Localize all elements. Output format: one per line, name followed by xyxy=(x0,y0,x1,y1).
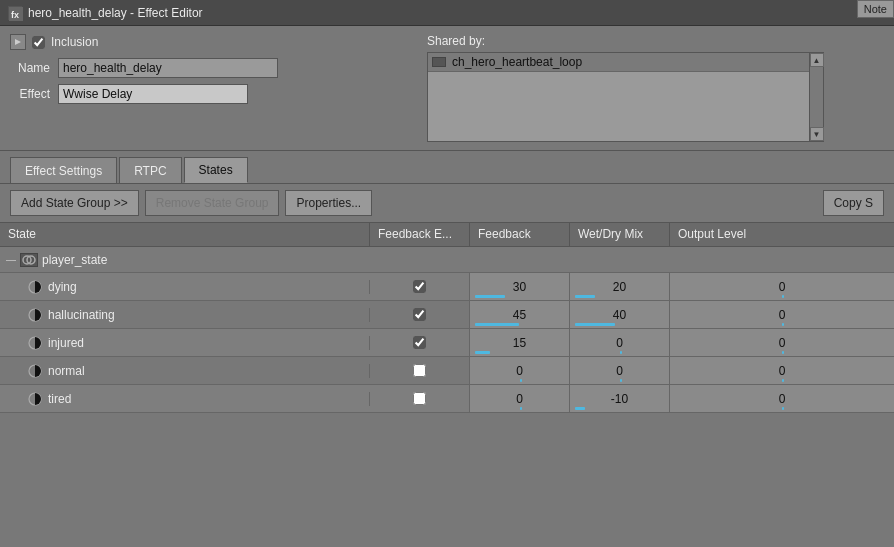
shared-scrollbar[interactable]: ▲ ▼ xyxy=(809,53,823,141)
output-cell-2[interactable]: 0 xyxy=(670,329,894,356)
table-header: State Feedback E... Feedback Wet/Dry Mix… xyxy=(0,223,894,247)
right-form: Shared by: ch_hero_heartbeat_loop ▲ ▼ xyxy=(427,34,824,142)
state-name: dying xyxy=(48,280,77,294)
app-icon: fx xyxy=(8,6,22,20)
feedback-value: 15 xyxy=(513,336,526,350)
output-cell-1[interactable]: 0 xyxy=(670,301,894,328)
copy-button[interactable]: Copy S xyxy=(823,190,884,216)
feedback-cell-4[interactable]: 0 xyxy=(470,385,570,412)
state-cell-1: hallucinating xyxy=(0,308,370,322)
shared-item-icon xyxy=(432,57,446,67)
name-input[interactable] xyxy=(58,58,278,78)
output-cell-0[interactable]: 0 xyxy=(670,273,894,300)
state-checkbox-2[interactable] xyxy=(413,336,426,349)
shared-item-text: ch_hero_heartbeat_loop xyxy=(452,55,582,69)
effect-row: Effect xyxy=(10,84,407,104)
check-cell-3 xyxy=(370,357,470,384)
table-row: hallucinating 45 40 0 xyxy=(0,301,894,329)
state-icon xyxy=(28,336,42,350)
shared-by-box: ch_hero_heartbeat_loop ▲ ▼ xyxy=(427,52,824,142)
wetdry-cell-2[interactable]: 0 xyxy=(570,329,670,356)
wetdry-value: 40 xyxy=(613,308,626,322)
tab-rtpc[interactable]: RTPC xyxy=(119,157,181,183)
table-row: dying 30 20 0 xyxy=(0,273,894,301)
feedback-cell-0[interactable]: 30 xyxy=(470,273,570,300)
shared-by-item[interactable]: ch_hero_heartbeat_loop xyxy=(428,53,823,72)
group-name: player_state xyxy=(42,253,107,267)
tab-effect-settings[interactable]: Effect Settings xyxy=(10,157,117,183)
state-cell-2: injured xyxy=(0,336,370,350)
effect-input[interactable] xyxy=(58,84,248,104)
state-rows-container: dying 30 20 0 hallucinating 45 xyxy=(0,273,894,413)
toolbar-section: Add State Group >> Remove State Group Pr… xyxy=(0,184,894,223)
table-row: tired 0 -10 0 xyxy=(0,385,894,413)
state-name: injured xyxy=(48,336,84,350)
state-name: normal xyxy=(48,364,85,378)
state-name: tired xyxy=(48,392,71,406)
feedback-cell-2[interactable]: 15 xyxy=(470,329,570,356)
output-value: 0 xyxy=(779,392,786,406)
table-row: normal 0 0 0 xyxy=(0,357,894,385)
properties-button[interactable]: Properties... xyxy=(285,190,372,216)
group-state-cell: — player_state xyxy=(0,253,370,267)
name-row: Name xyxy=(10,58,407,78)
state-name: hallucinating xyxy=(48,308,115,322)
check-cell-2 xyxy=(370,329,470,356)
state-checkbox-0[interactable] xyxy=(413,280,426,293)
wetdry-cell-4[interactable]: -10 xyxy=(570,385,670,412)
feedback-value: 0 xyxy=(516,392,523,406)
state-cell-0: dying xyxy=(0,280,370,294)
output-value: 0 xyxy=(779,308,786,322)
state-checkbox-3[interactable] xyxy=(413,364,426,377)
state-checkbox-4[interactable] xyxy=(413,392,426,405)
note-button[interactable]: Note xyxy=(857,0,894,18)
feedback-cell-1[interactable]: 45 xyxy=(470,301,570,328)
check-cell-0 xyxy=(370,273,470,300)
main-panel: Inclusion Name Effect Shared by: ch_hero… xyxy=(0,26,894,547)
output-value: 0 xyxy=(779,336,786,350)
header-wetdry: Wet/Dry Mix xyxy=(570,223,670,246)
state-cell-4: tired xyxy=(0,392,370,406)
tabs-section: Effect Settings RTPC States xyxy=(0,151,894,184)
inclusion-row: Inclusion xyxy=(10,34,407,50)
inclusion-checkbox[interactable] xyxy=(32,36,45,49)
group-player-state: — player_state xyxy=(0,247,894,273)
title-bar: fx hero_health_delay - Effect Editor xyxy=(0,0,894,26)
state-icon xyxy=(28,308,42,322)
wetdry-cell-1[interactable]: 40 xyxy=(570,301,670,328)
output-cell-4[interactable]: 0 xyxy=(670,385,894,412)
state-cell-3: normal xyxy=(0,364,370,378)
wetdry-cell-0[interactable]: 20 xyxy=(570,273,670,300)
table-body: — player_state dying xyxy=(0,247,894,547)
inclusion-icon xyxy=(10,34,26,50)
svg-text:fx: fx xyxy=(11,10,19,20)
output-value: 0 xyxy=(779,364,786,378)
group-icon xyxy=(20,253,38,267)
feedback-cell-3[interactable]: 0 xyxy=(470,357,570,384)
note-area: Note xyxy=(844,34,884,142)
top-section: Inclusion Name Effect Shared by: ch_hero… xyxy=(0,26,894,151)
state-checkbox-1[interactable] xyxy=(413,308,426,321)
table-row: injured 15 0 0 xyxy=(0,329,894,357)
effect-label: Effect xyxy=(10,87,50,101)
feedback-value: 45 xyxy=(513,308,526,322)
header-output: Output Level xyxy=(670,223,894,246)
output-cell-3[interactable]: 0 xyxy=(670,357,894,384)
scroll-up[interactable]: ▲ xyxy=(810,53,824,67)
expand-icon[interactable]: — xyxy=(6,254,16,265)
left-form: Inclusion Name Effect xyxy=(10,34,407,142)
wetdry-value: 20 xyxy=(613,280,626,294)
remove-state-group-button[interactable]: Remove State Group xyxy=(145,190,280,216)
shared-by-label: Shared by: xyxy=(427,34,824,48)
check-cell-4 xyxy=(370,385,470,412)
feedback-value: 30 xyxy=(513,280,526,294)
add-state-group-button[interactable]: Add State Group >> xyxy=(10,190,139,216)
scroll-down[interactable]: ▼ xyxy=(810,127,824,141)
inclusion-label: Inclusion xyxy=(51,35,98,49)
tab-states[interactable]: States xyxy=(184,157,248,183)
check-cell-1 xyxy=(370,301,470,328)
feedback-value: 0 xyxy=(516,364,523,378)
state-icon xyxy=(28,280,42,294)
wetdry-cell-3[interactable]: 0 xyxy=(570,357,670,384)
states-table: State Feedback E... Feedback Wet/Dry Mix… xyxy=(0,223,894,547)
